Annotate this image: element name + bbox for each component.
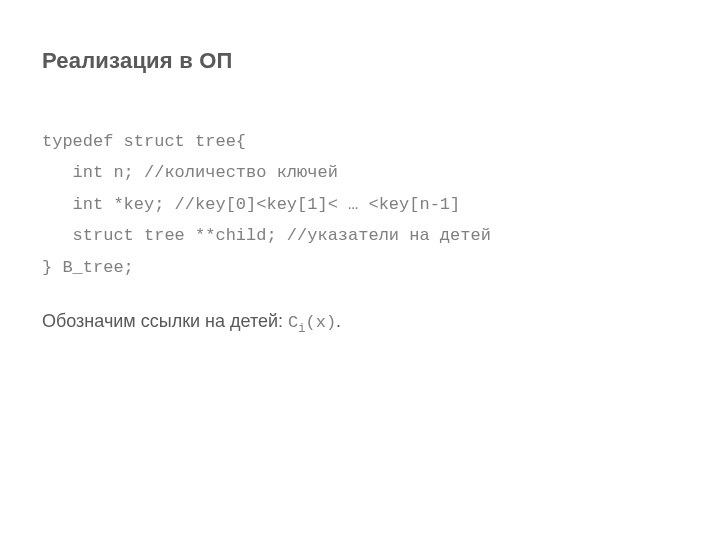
code-line-1: typedef struct tree{ xyxy=(42,132,246,151)
note-subscript-i: i xyxy=(298,322,305,336)
note-prefix: Обозначим ссылки на детей: xyxy=(42,311,288,331)
note-period: . xyxy=(336,311,341,331)
code-line-5: } B_tree; xyxy=(42,258,134,277)
code-block: typedef struct tree{ int n; //количество… xyxy=(42,126,678,283)
slide: Реализация в ОП typedef struct tree{ int… xyxy=(0,0,720,540)
code-line-3: int *key; //key[0]<key[1]< … <key[n-1] xyxy=(42,195,460,214)
note-parens: (x) xyxy=(306,313,337,332)
note-symbol-c: C xyxy=(288,313,298,332)
page-title: Реализация в ОП xyxy=(42,48,678,74)
note-line: Обозначим ссылки на детей: Ci(x). xyxy=(42,311,678,336)
code-line-4: struct tree **child; //указатели на дете… xyxy=(42,226,491,245)
code-line-2: int n; //количество ключей xyxy=(42,163,338,182)
